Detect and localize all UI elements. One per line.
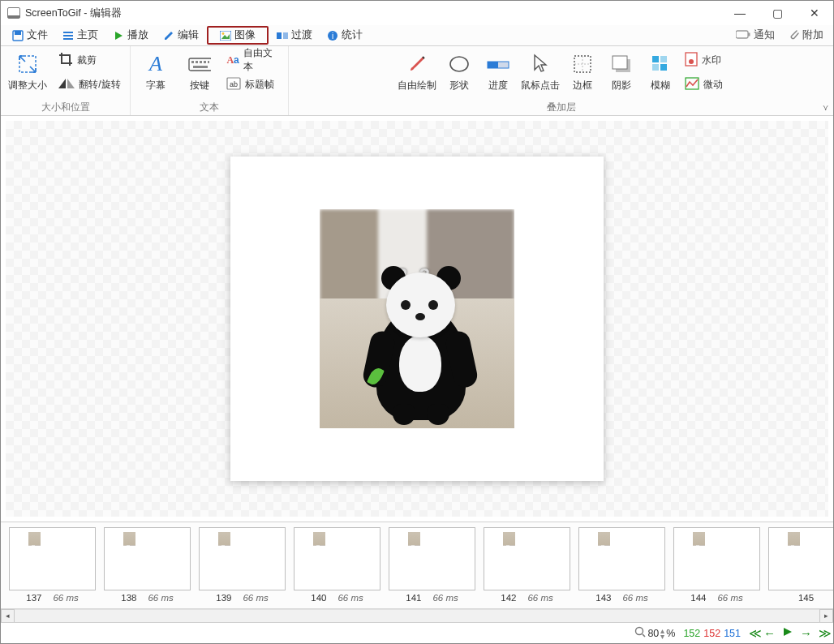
- menu-transition[interactable]: 过渡: [270, 27, 319, 44]
- micro-button[interactable]: 微动: [680, 72, 728, 97]
- frames-hscrollbar[interactable]: ◂ ▸: [1, 608, 833, 622]
- frame-thumbnail[interactable]: 13766 ms: [9, 527, 96, 608]
- frame-thumbnail[interactable]: 14466 ms: [673, 527, 760, 608]
- save-icon: [12, 30, 24, 41]
- frame-thumbnail[interactable]: 13966 ms: [199, 527, 286, 608]
- group-size-pos-label: 大小和位置: [41, 101, 90, 114]
- pencil-icon: [163, 30, 174, 41]
- cursor-icon: [529, 53, 552, 75]
- title-frame-button[interactable]: ab 标题帧: [221, 72, 285, 97]
- frame-number: 140: [311, 593, 326, 603]
- nav-next-button[interactable]: →: [800, 626, 812, 641]
- nav-first-button[interactable]: ≪: [749, 626, 757, 641]
- blur-button[interactable]: 模糊: [641, 48, 680, 92]
- keyboard-icon: [188, 53, 211, 75]
- maximize-button[interactable]: ▢: [759, 1, 796, 25]
- watermark-button[interactable]: 水印: [680, 48, 728, 72]
- watermark-icon: [685, 52, 698, 69]
- attach-button[interactable]: 附加: [783, 27, 828, 44]
- menu-file[interactable]: 文件: [6, 27, 54, 44]
- menu-play[interactable]: 播放: [106, 27, 155, 44]
- frame-duration: 66 ms: [622, 593, 647, 603]
- menu-image-label: 图像: [234, 28, 256, 42]
- crop-button[interactable]: 裁剪: [54, 48, 125, 72]
- frame-duration: 66 ms: [717, 593, 742, 603]
- free-text-button[interactable]: Aa 自由文本: [221, 48, 285, 72]
- frame-thumbnail[interactable]: 14366 ms: [578, 527, 665, 608]
- svg-marker-17: [67, 79, 75, 88]
- menu-stats-label: 统计: [342, 28, 363, 42]
- svg-line-43: [643, 634, 645, 637]
- thumb-wrap: [578, 527, 665, 590]
- app-icon: [7, 7, 20, 19]
- minimize-button[interactable]: —: [721, 1, 759, 25]
- scroll-left-button[interactable]: ◂: [1, 609, 15, 623]
- window-controls: — ▢ ✕: [721, 1, 833, 25]
- resize-button[interactable]: 调整大小: [5, 48, 50, 92]
- caption-button[interactable]: A 字幕: [134, 48, 178, 92]
- svg-rect-2: [63, 32, 73, 33]
- caption-icon: A: [144, 53, 167, 75]
- frame-number: 138: [121, 593, 136, 603]
- menu-play-label: 播放: [127, 28, 148, 42]
- flip-rotate-button[interactable]: 翻转/旋转: [54, 72, 125, 97]
- keys-button[interactable]: 按键: [181, 48, 218, 92]
- svg-marker-44: [784, 628, 792, 636]
- menu-image[interactable]: 图像: [207, 26, 269, 45]
- thumb-wrap: [104, 527, 191, 590]
- crop-icon: [58, 52, 73, 69]
- free-draw-button[interactable]: 自由绘制: [394, 48, 440, 92]
- menu-edit[interactable]: 编辑: [157, 27, 205, 44]
- crop-label: 裁剪: [77, 54, 97, 67]
- frame-thumbnail[interactable]: 14266 ms: [484, 527, 570, 608]
- expand-ribbon-icon[interactable]: ⋎: [823, 103, 828, 112]
- zoom-control[interactable]: 80 ▴▾ %: [634, 626, 675, 640]
- menu-file-label: 文件: [27, 28, 48, 42]
- svg-rect-37: [652, 64, 659, 71]
- micro-icon: [685, 77, 699, 92]
- frames-scroll[interactable]: 13766 ms13866 ms13966 ms14066 ms14166 ms…: [1, 522, 833, 608]
- menu-stats[interactable]: i 统计: [320, 27, 369, 44]
- svg-text:i: i: [332, 32, 333, 41]
- nav-last-button[interactable]: ≫: [819, 626, 827, 641]
- frame-thumbnail[interactable]: 14066 ms: [294, 527, 380, 608]
- frame-thumbnail[interactable]: 13866 ms: [104, 527, 191, 608]
- svg-rect-19: [191, 61, 194, 63]
- zoom-value: 80: [647, 628, 659, 639]
- svg-rect-13: [736, 31, 748, 38]
- nav-play-button[interactable]: [782, 626, 793, 641]
- keys-label: 按键: [190, 79, 209, 92]
- shape-button[interactable]: 形状: [440, 48, 479, 92]
- caption-label: 字幕: [146, 79, 166, 92]
- svg-text:ab: ab: [230, 80, 238, 88]
- close-button[interactable]: ✕: [796, 1, 833, 25]
- ribbon-group-text: A 字幕 按键 Aa 自由文本 ab: [131, 46, 289, 115]
- notify-button[interactable]: 通知: [731, 27, 780, 44]
- shadow-button[interactable]: 阴影: [602, 48, 641, 92]
- title-frame-label: 标题帧: [245, 78, 274, 92]
- frame-thumbnail[interactable]: 145: [768, 527, 833, 608]
- frame-thumbnail[interactable]: 14166 ms: [389, 527, 475, 608]
- frame-duration: 66 ms: [527, 593, 552, 603]
- scroll-track[interactable]: [15, 609, 819, 623]
- frame-number: 145: [798, 593, 814, 603]
- svg-point-42: [636, 628, 643, 635]
- svg-marker-7: [221, 34, 230, 39]
- canvas[interactable]: ? ? ?: [230, 157, 604, 481]
- blur-icon: [649, 53, 672, 75]
- border-button[interactable]: 边框: [563, 48, 602, 92]
- thumb-image: [313, 532, 362, 586]
- progress-button[interactable]: 进度: [479, 48, 518, 92]
- zoom-stepper-icon[interactable]: ▴▾: [660, 628, 664, 639]
- frame-number: 137: [26, 593, 41, 603]
- scroll-right-button[interactable]: ▸: [819, 609, 833, 623]
- menu-home[interactable]: 主页: [56, 27, 105, 44]
- svg-rect-10: [283, 32, 288, 39]
- svg-rect-29: [488, 62, 498, 68]
- nav-prev-button[interactable]: ←: [763, 626, 776, 641]
- battery-icon: [736, 30, 750, 41]
- mouse-click-button[interactable]: 鼠标点击: [518, 48, 563, 92]
- workspace[interactable]: ? ? ?: [1, 116, 833, 522]
- ribbon-group-overlay: 自由绘制 形状 进度 鼠标点击: [289, 46, 833, 115]
- frame-duration: 66 ms: [337, 593, 363, 603]
